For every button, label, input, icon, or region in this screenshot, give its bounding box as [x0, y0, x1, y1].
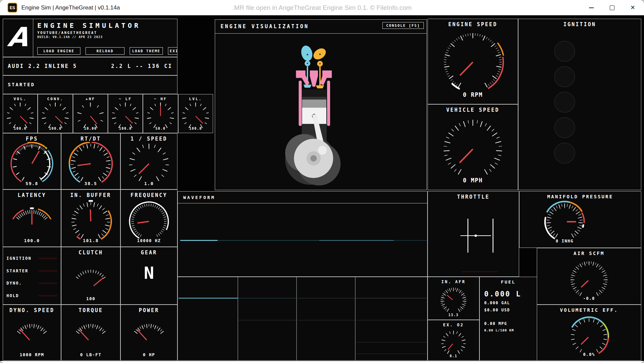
- indicator-label: IGNITION: [6, 256, 32, 261]
- indicator-dyno[interactable]: DYNO.: [6, 281, 58, 286]
- reload-button[interactable]: RELOAD: [86, 47, 125, 55]
- gauge-dial: 100.0: [38, 101, 73, 131]
- gauge-label: DYNO. SPEED: [3, 305, 61, 313]
- waveform-title: WAVEFORM: [178, 195, 215, 200]
- maximize-icon[interactable]: [610, 5, 614, 10]
- gauge-needle: [448, 344, 453, 349]
- gauge-label: ~ LF: [108, 94, 143, 101]
- gear-label: GEAR: [121, 247, 177, 256]
- gauge-value: 1.0: [144, 181, 154, 186]
- gauge-manifold-pressure: MANIFOLD PRESSURE0 INHG: [519, 191, 641, 248]
- fuel-title: FUEL: [480, 277, 537, 285]
- engine-name: AUDI 2.2 INLINE 5: [8, 63, 77, 69]
- throttle-title: THROTTLE: [428, 192, 519, 200]
- engine-visualization-panel: ENGINE VISUALIZATION CONSOLE [F5]: [215, 19, 427, 190]
- gauge-frequency: FREQUENCY10000 HZ: [120, 189, 177, 247]
- gauge-label: FPS: [3, 133, 61, 142]
- gauge-label: ENGINE SPEED: [428, 19, 518, 28]
- gauge-dial: 59.8: [3, 142, 61, 187]
- gear-panel: GEAR N: [120, 247, 177, 305]
- gauge-dial: 1.0: [121, 142, 177, 187]
- spark-light: [554, 117, 575, 138]
- gauge-dial: 38.5: [61, 142, 120, 187]
- gauge-needle: [91, 116, 97, 124]
- gauge-value: 0 LB-FT: [80, 352, 101, 357]
- ignition-panel: IGNITION: [518, 19, 641, 190]
- gauge-fps: FPS59.8: [3, 133, 61, 189]
- gauge-label: VOLUMETRIC EFF.: [537, 305, 641, 313]
- waveform-trace: [178, 192, 427, 276]
- ignition-lights: [518, 28, 641, 187]
- gauge-dial: 100.0: [3, 198, 61, 245]
- spark-light: [554, 67, 575, 87]
- close-icon[interactable]: ✕: [630, 5, 635, 11]
- gauge-label: CONV.: [38, 94, 73, 101]
- gauge-needle: [32, 151, 39, 164]
- gauge-label: 1 / SPEED: [121, 133, 177, 142]
- logo-a: A: [6, 24, 30, 50]
- gauge-needle: [137, 329, 147, 340]
- gauge-dial: 0.0%: [537, 313, 641, 359]
- gauge-value: 101.8: [83, 238, 99, 243]
- throttle-handle[interactable]: [475, 235, 477, 237]
- indicator-bar: [39, 258, 57, 259]
- gauge-clutch: CLUTCH100: [61, 247, 120, 305]
- gauge-torque: TORQUE0 LB-FT: [61, 305, 120, 361]
- indicator-bar: [39, 283, 57, 284]
- scope-traces: [178, 277, 427, 360]
- gauge-label: FREQUENCY: [121, 190, 177, 198]
- indicator-ignition[interactable]: IGNITION: [6, 256, 58, 261]
- gauge-label: LVL.: [178, 94, 213, 101]
- gauge-needle: [79, 329, 89, 340]
- fuel-l100km: 0.00 L/100 KM: [484, 328, 537, 332]
- gauge-value: 0 INHG: [556, 239, 573, 243]
- indicator-panel: IGNITION STARTER DYNO. HOLD: [3, 247, 61, 305]
- gauge-inverse-speed: 1 / SPEED1.0: [120, 133, 177, 189]
- gauge-value: 100.0: [189, 127, 202, 130]
- gauge-label: TORQUE: [61, 305, 120, 313]
- gauge-needle: [77, 164, 91, 166]
- load-theme-button[interactable]: LOAD THEME: [130, 47, 163, 55]
- app-window: ES Engine Sim | AngeTheGreat | v0.1.14a …: [0, 0, 644, 363]
- gauge-dial: 0 MPH: [428, 113, 518, 188]
- load-engine-button[interactable]: LOAD ENGINE: [37, 47, 80, 55]
- gauge-input-buffer: IN. BUFFER101.8: [61, 189, 120, 247]
- gauge-value: 0 RPM: [463, 91, 483, 98]
- gauge-plus-hf: +HF10.00: [73, 94, 108, 133]
- gauge-value: 0.0%: [583, 352, 595, 357]
- indicator-label: HOLD: [6, 293, 19, 298]
- exhaust-cam-lobe: [311, 46, 328, 62]
- spark-light: [554, 143, 575, 163]
- gauge-needle: [137, 221, 149, 223]
- gauge-needle: [581, 280, 588, 287]
- gauge-dial: 0 LB-FT: [61, 313, 120, 359]
- gauge-volume: VOL.100.0: [3, 94, 38, 133]
- gauge-value: 50.0: [155, 127, 166, 130]
- gauge-needle: [55, 116, 62, 123]
- build-info: BUILD: V0.1.14A // APR 23 2023: [37, 35, 177, 39]
- gauge-value: 13.3: [448, 313, 458, 317]
- minimize-icon[interactable]: [589, 7, 594, 8]
- indicator-label: DYNO.: [6, 281, 22, 286]
- gauge-hf: ~ HF50.0: [143, 94, 178, 133]
- gauge-dial: 0 HP: [121, 313, 177, 359]
- gauge-dial: 13.3: [428, 284, 479, 319]
- indicator-starter[interactable]: STARTER: [6, 269, 58, 273]
- console-button[interactable]: CONSOLE [F5]: [382, 22, 424, 29]
- indicator-bar: [39, 270, 57, 272]
- gauge-needle: [196, 116, 203, 123]
- gauge-dial: 50.0: [143, 101, 178, 131]
- waveform-panel: WAVEFORM: [177, 191, 428, 277]
- exit-button[interactable]: EXIT: [168, 47, 177, 55]
- engine-cutaway-graphic: [284, 34, 358, 189]
- fuel-cost: $0.00 USD: [484, 308, 537, 312]
- gauge-needle: [20, 116, 27, 123]
- gauge-power: POWER0 HP: [120, 305, 177, 361]
- gauge-vehicle-speed: VEHICLE SPEED0 MPH: [428, 104, 518, 190]
- indicator-hold[interactable]: HOLD: [6, 293, 58, 298]
- gauge-dial: 100.0: [3, 101, 37, 131]
- piston: [302, 89, 326, 124]
- window-title: Engine Sim | AngeTheGreat | v0.1.14a: [21, 4, 120, 11]
- gauge-value: -0.0: [583, 296, 595, 301]
- gauge-label: IN. AFR: [428, 277, 479, 284]
